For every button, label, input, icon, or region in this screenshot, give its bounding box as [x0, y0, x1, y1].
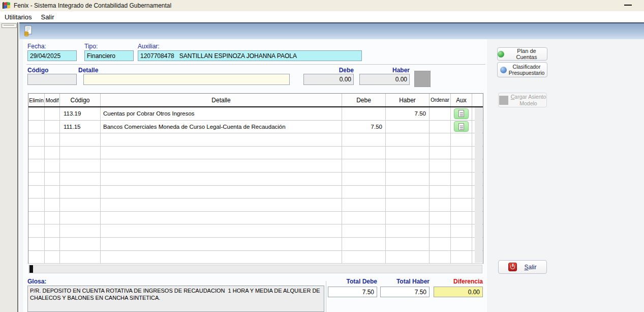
- aux-cell: [451, 107, 472, 120]
- table-row[interactable]: [28, 238, 483, 251]
- haber-cell: [386, 198, 430, 211]
- modif-cell[interactable]: [45, 159, 60, 172]
- modif-cell[interactable]: [45, 238, 60, 250]
- ordenar-cell: [430, 238, 451, 250]
- haber-cell: [386, 121, 430, 133]
- elimin-cell[interactable]: [28, 224, 45, 237]
- detalle-field[interactable]: [83, 74, 290, 85]
- elimin-cell[interactable]: [28, 147, 45, 159]
- table-row[interactable]: [28, 159, 483, 173]
- elimin-cell[interactable]: [28, 212, 45, 224]
- table-row[interactable]: [28, 173, 483, 186]
- elimin-cell[interactable]: [28, 173, 45, 185]
- elimin-cell[interactable]: [28, 238, 45, 250]
- modif-cell[interactable]: [45, 186, 60, 198]
- codigo-label: Código: [27, 67, 48, 74]
- table-row[interactable]: [28, 251, 483, 264]
- aux-button[interactable]: [454, 121, 469, 132]
- elimin-cell[interactable]: [28, 159, 45, 172]
- glosa-textarea[interactable]: P/R. DEPOSITO EN CUENTA ROTATIVA DE INGR…: [27, 286, 324, 312]
- tipo-field[interactable]: Financiero: [84, 50, 134, 61]
- codigo-cell: 113.19: [60, 107, 101, 120]
- minimize-button[interactable]: [624, 5, 632, 6]
- debe-field[interactable]: 0.00: [303, 74, 354, 85]
- table-row[interactable]: [28, 186, 483, 199]
- codigo-cell: [60, 224, 101, 237]
- modif-cell[interactable]: [45, 133, 60, 146]
- table-row[interactable]: [28, 133, 483, 147]
- menu-salir[interactable]: Salir: [36, 12, 58, 22]
- table-row[interactable]: 113.19 Cuentas por Cobrar Otros Ingresos…: [28, 107, 483, 121]
- modif-cell[interactable]: [45, 147, 60, 159]
- fecha-field[interactable]: 29/04/2025: [27, 50, 77, 61]
- ordenar-cell: [430, 133, 451, 146]
- collapsed-panel-handle[interactable]: [2, 23, 17, 28]
- codigo-field[interactable]: [27, 74, 77, 85]
- ordenar-cell: [430, 173, 451, 185]
- detalle-cell: [101, 238, 342, 250]
- modif-cell[interactable]: [45, 212, 60, 224]
- debe-cell: [342, 238, 386, 250]
- table-row[interactable]: [28, 212, 483, 225]
- haber-cell: [386, 186, 430, 198]
- aux-cell: [451, 147, 472, 159]
- table-row[interactable]: [28, 147, 483, 160]
- haber-field[interactable]: 0.00: [359, 74, 410, 85]
- detalle-cell: Bancos Comerciales Moneda de Curso Legal…: [101, 121, 342, 133]
- elimin-cell[interactable]: [28, 251, 45, 264]
- cargar-asiento-label: Cargar Asiento Modelo: [511, 94, 546, 106]
- vertical-scrollbar[interactable]: [475, 107, 482, 263]
- plan-de-cuentas-button[interactable]: Plan de Cuentas: [497, 47, 547, 61]
- detalle-cell: [101, 198, 342, 211]
- power-icon: [508, 263, 517, 271]
- elimin-cell[interactable]: [28, 133, 45, 146]
- elimin-cell[interactable]: [28, 121, 45, 133]
- aux-button[interactable]: [454, 108, 469, 119]
- fecha-label: Fecha:: [27, 43, 46, 50]
- aux-cell: [451, 198, 472, 211]
- glosa-label: Glosa:: [27, 278, 46, 285]
- aux-cell: [451, 224, 472, 237]
- modif-cell[interactable]: [45, 224, 60, 237]
- elimin-cell[interactable]: [28, 198, 45, 211]
- cargar-asiento-modelo-button[interactable]: Cargar Asiento Modelo: [498, 93, 547, 107]
- salir-button[interactable]: Salir: [498, 260, 547, 274]
- clasificador-presupuestario-button[interactable]: Clasificador Presupuestario: [497, 62, 547, 77]
- menu-utilitarios[interactable]: Utilitarios: [0, 12, 36, 22]
- haber-cell: [386, 173, 430, 185]
- auxiliar-field[interactable]: 1207708478 SANTILLAN ESPINOZA JOHANNA PA…: [138, 50, 362, 61]
- horizontal-scrollbar-thumb[interactable]: [29, 265, 33, 273]
- haber-cell: [386, 133, 430, 146]
- ordenar-cell: [430, 198, 451, 211]
- modif-cell[interactable]: [45, 121, 60, 133]
- codigo-cell: [60, 198, 101, 211]
- modif-cell[interactable]: [45, 198, 60, 211]
- total-debe-label: Total Debe: [328, 278, 377, 285]
- codigo-cell: [60, 212, 101, 224]
- gray-square-icon: [499, 96, 508, 105]
- horizontal-scrollbar[interactable]: [28, 265, 482, 273]
- left-panel-strip: [0, 22, 18, 312]
- aux-cell: [451, 212, 472, 224]
- elimin-cell[interactable]: [28, 186, 45, 198]
- aux-cell: [451, 238, 472, 250]
- debe-cell: [342, 212, 386, 224]
- modif-cell[interactable]: [45, 251, 60, 264]
- elimin-cell[interactable]: [28, 107, 45, 120]
- footer-divider: [326, 281, 326, 312]
- modif-cell[interactable]: [45, 107, 60, 120]
- table-row[interactable]: [28, 224, 483, 238]
- detalle-cell: [101, 224, 342, 237]
- entries-table: Elimin Modif Código Detalle Debe Haber O…: [28, 93, 483, 264]
- detalle-cell: [101, 251, 342, 264]
- haber-cell: [386, 159, 430, 172]
- table-row[interactable]: [28, 198, 483, 212]
- modif-cell[interactable]: [45, 173, 60, 185]
- gray-square-button[interactable]: [414, 71, 431, 87]
- header-modif: Modif: [45, 94, 60, 106]
- debe-cell: [342, 173, 386, 185]
- document-list-icon: [458, 110, 464, 117]
- haber-cell: [386, 238, 430, 250]
- journal-document-icon[interactable]: [23, 25, 34, 38]
- table-row[interactable]: 111.15 Bancos Comerciales Moneda de Curs…: [28, 121, 483, 134]
